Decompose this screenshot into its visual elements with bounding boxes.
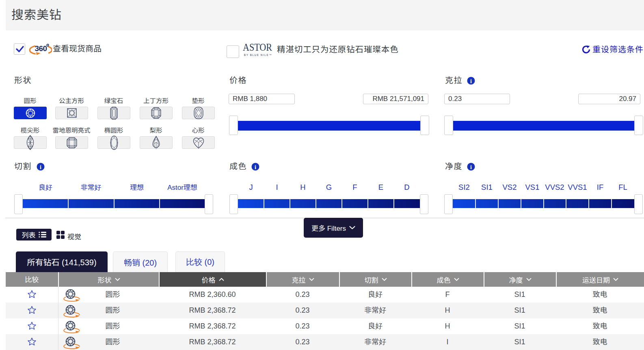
svg-text:i: i (40, 164, 41, 170)
svg-text:i: i (255, 164, 256, 170)
svg-text:i: i (470, 164, 472, 170)
svg-text:360: 360 (35, 44, 47, 53)
svg-text:i: i (470, 78, 472, 84)
